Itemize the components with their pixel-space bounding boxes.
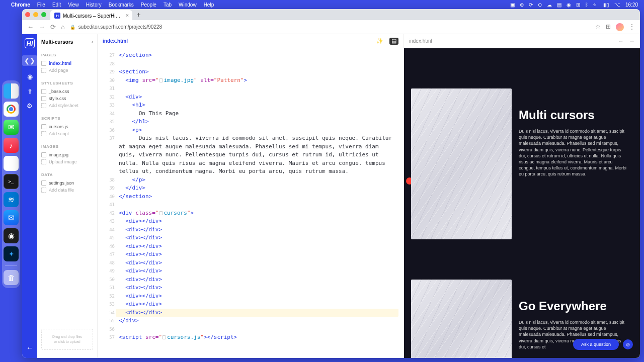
back-arrow-icon[interactable]: ← — [26, 344, 33, 352]
eye-icon[interactable]: ◉ — [27, 73, 33, 80]
nav-reload-icon[interactable]: ⟳ — [50, 23, 56, 31]
file-index-html[interactable]: index.html — [41, 60, 93, 67]
add-script-button[interactable]: Add script — [41, 130, 93, 137]
dock-figma[interactable]: ◉ — [4, 228, 19, 243]
menubar-right: ▣ ⊕ ⟳ ⊙ ☁ ▤ ◉ ⊞ ᛒ ᯤ ▮▯ ⌥ 16:20 — [510, 2, 638, 8]
section-stylesheets: STYLESHEETS — [41, 81, 93, 85]
menu-edit[interactable]: Edit — [52, 2, 61, 8]
ask-pill[interactable]: Ask a question — [573, 339, 619, 350]
preview-file: index.html — [409, 38, 432, 44]
editor-pane: index.html ✨ ▤ 2728293031323334353637383… — [98, 34, 404, 358]
editor-tabs: index.html ✨ ▤ — [98, 34, 404, 48]
add-data-button[interactable]: Add data file — [41, 187, 93, 194]
extension-icon[interactable]: ⊞ — [606, 23, 611, 31]
dock: ✉ ♪ ⁂ ≋ ✉ ◉ ✦ 🗑 — [2, 80, 20, 288]
add-page-button[interactable]: Add page — [41, 67, 93, 74]
window-close[interactable] — [25, 12, 30, 17]
macos-menubar: Chrome File Edit View History Bookmarks … — [0, 0, 644, 9]
project-name[interactable]: Multi-cursors ‹ — [41, 39, 93, 45]
dock-terminal[interactable] — [4, 174, 19, 189]
menu-window[interactable]: Window — [179, 2, 197, 8]
status-icon[interactable]: ⊙ — [538, 2, 542, 8]
wifi-icon[interactable]: ᯤ — [593, 2, 598, 8]
menu-history[interactable]: History — [86, 2, 102, 8]
file-cursors-js[interactable]: cursors.js — [41, 123, 93, 130]
menu-bookmarks[interactable]: Bookmarks — [109, 2, 134, 8]
browser-tab[interactable]: H Multi-cursors – SuperHi… ✕ — [50, 10, 132, 21]
url-text: subeditor.superhi.com/projects/90228 — [78, 24, 162, 30]
menu-help[interactable]: Help — [204, 2, 214, 8]
menu-app[interactable]: Chrome — [11, 2, 30, 8]
status-icon[interactable]: ▤ — [557, 2, 561, 8]
code-editor[interactable]: 2728293031323334353637383940414243444546… — [98, 48, 404, 358]
dock-music[interactable]: ♪ — [4, 138, 19, 153]
file-style-css[interactable]: style.css — [41, 95, 93, 102]
code-content[interactable]: </section> <section> <img src="image.jpg… — [119, 48, 404, 358]
preview-header: index.html ← → — [404, 34, 640, 48]
settings-icon[interactable]: ⚙ — [27, 102, 33, 110]
dock-mail[interactable]: ✉ — [4, 210, 19, 225]
logo-icon[interactable]: Hi — [25, 38, 35, 48]
code-icon[interactable]: ❮❯ — [22, 55, 37, 66]
file-image-jpg[interactable]: image.jpg — [41, 151, 93, 158]
profile-avatar[interactable] — [616, 23, 624, 31]
share-icon[interactable]: ⇪ — [27, 87, 33, 95]
file-settings-json[interactable]: settings.json — [41, 179, 93, 187]
preview-pane: index.html ← → Multi cursors Duis nisl l… — [404, 34, 640, 358]
new-tab-button[interactable]: + — [136, 11, 140, 19]
chevron-left-icon[interactable]: ‹ — [92, 39, 93, 45]
menu-tab[interactable]: Tab — [164, 2, 172, 8]
file-base-css[interactable]: _base.css — [41, 88, 93, 95]
dock-trash[interactable]: 🗑 — [4, 270, 19, 285]
section-pages: PAGES — [41, 53, 93, 57]
favicon-icon: H — [54, 13, 60, 19]
clock[interactable]: 16:20 — [625, 2, 638, 8]
plus-icon — [41, 68, 46, 73]
preview-title-1: Multi cursors — [519, 109, 628, 121]
preview-forward-icon[interactable]: → — [629, 38, 635, 45]
dock-slack[interactable]: ⁂ — [4, 156, 19, 171]
window-minimize[interactable] — [33, 12, 38, 17]
url-field[interactable]: 🔒 subeditor.superhi.com/projects/90228 — [70, 24, 590, 30]
menu-view[interactable]: View — [68, 2, 79, 8]
nav-forward-icon: → — [39, 23, 45, 31]
window-maximize[interactable] — [41, 12, 46, 17]
battery-icon[interactable]: ▮▯ — [603, 2, 609, 8]
layout-toggle-icon[interactable]: ▤ — [389, 38, 398, 45]
tab-close-icon[interactable]: ✕ — [125, 13, 129, 18]
preview-title-2: Go Everywhere — [519, 300, 628, 312]
window-controls-tabs: H Multi-cursors – SuperHi… ✕ + — [22, 9, 640, 20]
dock-app[interactable]: ✦ — [4, 246, 19, 261]
star-icon[interactable]: ☆ — [595, 23, 601, 31]
dock-vscode[interactable]: ≋ — [4, 192, 19, 207]
status-icon[interactable]: ◉ — [567, 2, 571, 8]
dock-messages[interactable]: ✉ — [4, 120, 19, 135]
section-data: DATA — [41, 172, 93, 177]
status-icon[interactable]: ☁ — [547, 2, 552, 8]
menu-icon[interactable]: ⋮ — [629, 23, 635, 31]
preview-back-icon[interactable]: ← — [618, 38, 624, 45]
nav-home-icon[interactable]: ⌂ — [61, 23, 65, 31]
control-center-icon[interactable]: ⌥ — [614, 2, 620, 8]
app-root: Hi ❮❯ ◉ ⇪ ⚙ ← Multi-cursors ‹ PAGES inde… — [22, 34, 640, 358]
status-icon[interactable]: ▣ — [510, 2, 515, 8]
dropzone[interactable]: Drag and drop files or click to upload — [41, 329, 93, 350]
menu-people[interactable]: People — [141, 2, 156, 8]
file-icon — [41, 61, 46, 66]
add-stylesheet-button[interactable]: Add stylesheet — [41, 102, 93, 109]
section-images: IMAGES — [41, 144, 93, 149]
dock-chrome[interactable] — [4, 102, 19, 117]
status-icon[interactable]: ⟳ — [529, 2, 533, 8]
magic-wand-icon[interactable]: ✨ — [375, 38, 384, 45]
status-icon[interactable]: ⊕ — [520, 2, 524, 8]
preview-viewport[interactable]: Multi cursors Duis nisl lacus, viverra i… — [404, 48, 640, 358]
ask-widget[interactable]: Ask a question ☺ — [573, 339, 633, 350]
dock-finder[interactable] — [4, 83, 19, 99]
editor-tab-active[interactable]: index.html — [103, 38, 128, 44]
bluetooth-icon[interactable]: ᛒ — [585, 2, 588, 8]
smiley-icon[interactable]: ☺ — [623, 339, 633, 349]
status-icon[interactable]: ⊞ — [576, 2, 580, 8]
upload-image-button[interactable]: Upload image — [41, 158, 93, 165]
menu-file[interactable]: File — [37, 2, 45, 8]
nav-back-icon[interactable]: ← — [27, 23, 34, 31]
